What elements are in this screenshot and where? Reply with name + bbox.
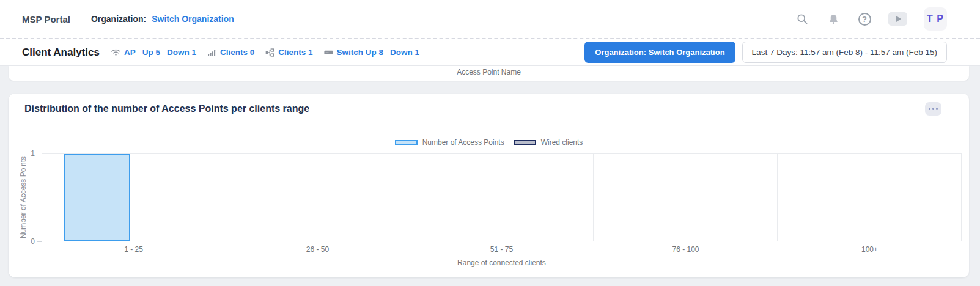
switch-icon — [323, 47, 334, 57]
stat-down: Down 1 — [167, 48, 196, 57]
category-cell — [226, 154, 410, 241]
previous-chart-card: Access Point Name — [9, 66, 969, 81]
stat-switch[interactable]: Switch Up 8 Down 1 — [323, 47, 420, 57]
organization-label: Organization: — [91, 14, 146, 24]
ellipsis-icon[interactable] — [925, 102, 941, 116]
page-title: Client Analytics — [22, 46, 100, 59]
x-axis-labels: 1 - 2526 - 5051 - 7576 - 100100+ — [42, 245, 962, 254]
stat-up: Up 5 — [142, 48, 160, 57]
top-header: MSP Portal Organization: Switch Organiza… — [0, 0, 980, 39]
y-tick-mark — [37, 241, 42, 242]
x-tick-label: 26 - 50 — [226, 245, 410, 254]
toolbar-actions: Organization: Switch Organization Last 7… — [584, 42, 947, 63]
plot-wrap: 1 0 — [42, 153, 962, 241]
legend-item-wired-clients[interactable]: Wired clients — [514, 138, 583, 147]
card-divider — [9, 128, 969, 128]
x-tick-label: 76 - 100 — [594, 245, 778, 254]
legend-swatch-wired-clients — [514, 140, 536, 145]
organization-filter-button[interactable]: Organization: Switch Organization — [584, 42, 735, 63]
bar-number-of-access-points[interactable] — [64, 154, 130, 241]
legend-item-access-points[interactable]: Number of Access Points — [395, 138, 504, 147]
wifi-icon — [111, 47, 121, 57]
avatar[interactable]: T P — [924, 7, 947, 31]
chart-title: Distribution of the number of Access Poi… — [24, 103, 309, 114]
y-tick-label: 1 — [31, 149, 35, 158]
brand-title: MSP Portal — [22, 14, 70, 24]
stat-label: AP — [124, 48, 136, 57]
client-analytics-toolbar: Client Analytics AP Up 5 Down 1 Clients … — [0, 39, 980, 66]
category-cell — [42, 154, 226, 241]
search-icon[interactable] — [795, 12, 809, 26]
stat-ap[interactable]: AP Up 5 Down 1 — [111, 47, 196, 57]
x-axis-title: Range of connected clients — [42, 258, 962, 267]
help-icon[interactable]: ? — [857, 12, 872, 26]
topology-icon — [265, 47, 275, 57]
stat-label: Switch Up 8 — [337, 48, 384, 57]
category-cell — [778, 154, 962, 241]
switch-organization-link[interactable]: Switch Organization — [152, 14, 234, 24]
ap-distribution-chart-card: Distribution of the number of Access Poi… — [9, 94, 969, 277]
play-triangle-icon — [896, 16, 901, 22]
date-range-picker[interactable]: Last 7 Days: 11:57 am (Feb 8) - 11:57 am… — [742, 42, 947, 63]
x-tick-label: 51 - 75 — [410, 245, 594, 254]
x-tick-label: 100+ — [778, 245, 962, 254]
y-tick-mark — [37, 153, 42, 153]
content-area: Access Point Name Distribution of the nu… — [0, 66, 980, 277]
plot-area — [42, 153, 962, 241]
stat-label: Clients 1 — [278, 48, 312, 57]
category-cell — [594, 154, 778, 241]
organization-line: Organization: Switch Organization — [91, 14, 234, 24]
legend-label: Number of Access Points — [422, 138, 504, 147]
stat-wireless-clients[interactable]: Clients 0 — [207, 47, 254, 57]
stat-wired-clients[interactable]: Clients 1 — [265, 47, 312, 57]
help-glyph: ? — [858, 13, 871, 26]
stat-label: Clients 0 — [220, 48, 254, 57]
category-cell — [410, 154, 594, 241]
chart-legend: Number of Access Points Wired clients — [9, 138, 969, 147]
y-axis-title: Number of Access Points — [19, 153, 28, 241]
status-summary: AP Up 5 Down 1 Clients 0 Clients 1 — [111, 47, 419, 57]
legend-swatch-access-points — [395, 140, 418, 145]
legend-label: Wired clients — [541, 138, 583, 147]
notifications-icon[interactable] — [826, 12, 841, 26]
x-tick-label: 1 - 25 — [42, 245, 226, 254]
header-actions: ? T P — [795, 7, 947, 31]
stat-down: Down 1 — [390, 48, 419, 57]
y-tick-label: 0 — [31, 237, 35, 246]
previous-chart-xlabel: Access Point Name — [457, 68, 521, 76]
video-icon[interactable] — [888, 12, 907, 26]
signal-bars-icon — [207, 47, 217, 57]
